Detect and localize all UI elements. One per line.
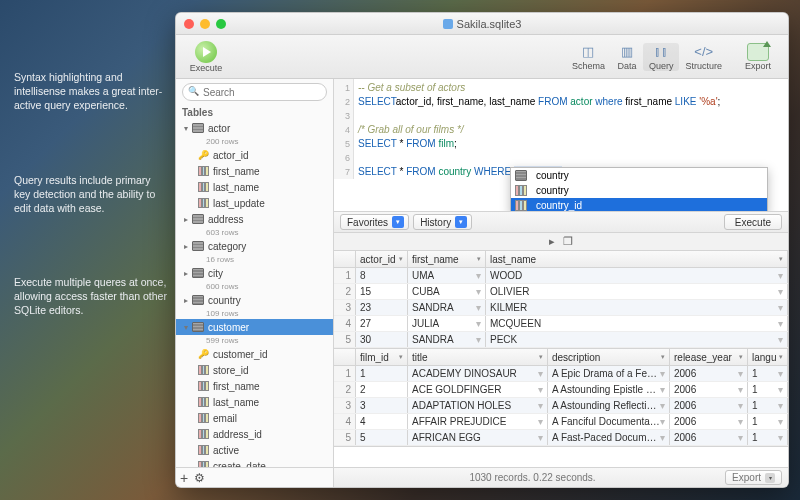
- column-header[interactable]: [334, 251, 356, 267]
- result-grid-2[interactable]: film_id▾title▾description▾release_year▾l…: [334, 349, 788, 447]
- cell[interactable]: 5: [356, 430, 408, 445]
- table-row[interactable]: 44AFFAIR PREJUDICE▾A Fanciful Documentar…: [334, 414, 788, 430]
- result-grid-1[interactable]: actor_id▾first_name▾last_name▾18UMA▾WOOD…: [334, 251, 788, 349]
- search-input[interactable]: [182, 83, 327, 101]
- favorites-dropdown[interactable]: Favorites▾: [340, 214, 409, 230]
- column-row[interactable]: first_name: [176, 163, 333, 179]
- result-tabs[interactable]: ▸ ❐: [334, 233, 788, 251]
- cell[interactable]: 27: [356, 316, 408, 331]
- cell[interactable]: 2006▾: [670, 430, 748, 445]
- export-button[interactable]: Export: [736, 43, 780, 71]
- execute-button[interactable]: Execute: [184, 41, 228, 73]
- cell[interactable]: 1▾: [748, 430, 788, 445]
- code-area[interactable]: -- Get a subset of actorsSELECTactor_id,…: [334, 79, 788, 179]
- column-row[interactable]: last_name: [176, 179, 333, 195]
- cell[interactable]: 23: [356, 300, 408, 315]
- minimize-icon[interactable]: [200, 19, 210, 29]
- column-row[interactable]: create_date: [176, 458, 333, 467]
- code-line[interactable]: [358, 151, 788, 165]
- disclosure-icon[interactable]: ▾: [182, 323, 190, 332]
- column-row[interactable]: 🔑actor_id: [176, 147, 333, 163]
- titlebar[interactable]: Sakila.sqlite3: [176, 13, 788, 35]
- disclosure-icon[interactable]: ▸: [182, 296, 190, 305]
- column-row[interactable]: last_update: [176, 195, 333, 211]
- cell[interactable]: 2006▾: [670, 414, 748, 429]
- autocomplete-item[interactable]: country: [511, 168, 767, 183]
- table-row[interactable]: ▾actor: [176, 120, 333, 136]
- schema-tab[interactable]: ◫Schema: [566, 43, 611, 71]
- query-tab[interactable]: ⫿⫿Query: [643, 43, 680, 71]
- result-tab-icon[interactable]: ❐: [563, 235, 573, 248]
- table-row[interactable]: 22ACE GOLDFINGER▾A Astounding Epistle of…: [334, 382, 788, 398]
- cell[interactable]: ACE GOLDFINGER▾: [408, 382, 548, 397]
- add-button[interactable]: +: [180, 470, 188, 486]
- statusbar-export-button[interactable]: Export▾: [725, 470, 782, 485]
- result-tab-icon[interactable]: ▸: [549, 235, 555, 248]
- column-header[interactable]: actor_id▾: [356, 251, 408, 267]
- cell[interactable]: SANDRA▾: [408, 300, 486, 315]
- table-row[interactable]: 427JULIA▾MCQUEEN▾: [334, 316, 788, 332]
- sql-editor[interactable]: 1234567 -- Get a subset of actorsSELECTa…: [334, 79, 788, 211]
- column-header[interactable]: first_name▾: [408, 251, 486, 267]
- table-row[interactable]: ▸city: [176, 265, 333, 281]
- cell[interactable]: A Astounding Epistle of a Database Ad…▾: [548, 382, 670, 397]
- cell[interactable]: 1: [356, 366, 408, 381]
- cell[interactable]: A Epic Drama of a Feminist And a Mad…▾: [548, 366, 670, 381]
- cell[interactable]: A Fast-Paced Documentary of a Pastry…▾: [548, 430, 670, 445]
- cell[interactable]: MCQUEEN▾: [486, 316, 788, 331]
- cell[interactable]: 2006▾: [670, 398, 748, 413]
- history-dropdown[interactable]: History▾: [413, 214, 472, 230]
- settings-button[interactable]: ⚙: [194, 471, 205, 485]
- column-row[interactable]: address_id: [176, 426, 333, 442]
- table-row[interactable]: 18UMA▾WOOD▾: [334, 268, 788, 284]
- grid-header[interactable]: film_id▾title▾description▾release_year▾l…: [334, 349, 788, 366]
- cell[interactable]: AFRICAN EGG▾: [408, 430, 548, 445]
- table-row[interactable]: ▾customer: [176, 319, 333, 335]
- cell[interactable]: 1▾: [748, 366, 788, 381]
- table-tree[interactable]: ▾actor200 rows🔑actor_idfirst_namelast_na…: [176, 120, 333, 467]
- cell[interactable]: ACADEMY DINOSAUR▾: [408, 366, 548, 381]
- close-icon[interactable]: [184, 19, 194, 29]
- column-row[interactable]: 🔑customer_id: [176, 346, 333, 362]
- column-header[interactable]: release_year▾: [670, 349, 748, 365]
- disclosure-icon[interactable]: ▸: [182, 242, 190, 251]
- disclosure-icon[interactable]: ▸: [182, 215, 190, 224]
- code-line[interactable]: -- Get a subset of actors: [358, 81, 788, 95]
- table-row[interactable]: ▸category: [176, 238, 333, 254]
- table-row[interactable]: 55AFRICAN EGG▾A Fast-Paced Documentary o…: [334, 430, 788, 446]
- column-header[interactable]: description▾: [548, 349, 670, 365]
- column-header[interactable]: [334, 349, 356, 365]
- column-row[interactable]: store_id: [176, 362, 333, 378]
- cell[interactable]: 15: [356, 284, 408, 299]
- structure-tab[interactable]: </>Structure: [679, 43, 728, 71]
- code-line[interactable]: [358, 109, 788, 123]
- cell[interactable]: WOOD▾: [486, 268, 788, 283]
- column-header[interactable]: last_name▾: [486, 251, 788, 267]
- cell[interactable]: 30: [356, 332, 408, 347]
- column-row[interactable]: last_name: [176, 394, 333, 410]
- column-header[interactable]: langu▾: [748, 349, 788, 365]
- table-row[interactable]: ▸country: [176, 292, 333, 308]
- cell[interactable]: 1▾: [748, 414, 788, 429]
- cell[interactable]: 2006▾: [670, 366, 748, 381]
- cell[interactable]: KILMER▾: [486, 300, 788, 315]
- cell[interactable]: JULIA▾: [408, 316, 486, 331]
- table-row[interactable]: 33ADAPTATION HOLES▾A Astounding Reflecti…: [334, 398, 788, 414]
- table-row[interactable]: 11ACADEMY DINOSAUR▾A Epic Drama of a Fem…: [334, 366, 788, 382]
- code-line[interactable]: /* Grab all of our films */: [358, 123, 788, 137]
- autocomplete-item[interactable]: country_id: [511, 198, 767, 211]
- table-row[interactable]: 323SANDRA▾KILMER▾: [334, 300, 788, 316]
- column-header[interactable]: title▾: [408, 349, 548, 365]
- zoom-icon[interactable]: [216, 19, 226, 29]
- grid-header[interactable]: actor_id▾first_name▾last_name▾: [334, 251, 788, 268]
- cell[interactable]: CUBA▾: [408, 284, 486, 299]
- cell[interactable]: A Fanciful Documentary of a Frisbee An…▾: [548, 414, 670, 429]
- cell[interactable]: A Astounding Reflection of a Lumberjac…▾: [548, 398, 670, 413]
- disclosure-icon[interactable]: ▾: [182, 124, 190, 133]
- code-line[interactable]: SELECTactor_id, first_name, last_name FR…: [358, 95, 788, 109]
- table-row[interactable]: ▸address: [176, 211, 333, 227]
- cell[interactable]: 1▾: [748, 382, 788, 397]
- column-row[interactable]: first_name: [176, 378, 333, 394]
- cell[interactable]: SANDRA▾: [408, 332, 486, 347]
- disclosure-icon[interactable]: ▸: [182, 269, 190, 278]
